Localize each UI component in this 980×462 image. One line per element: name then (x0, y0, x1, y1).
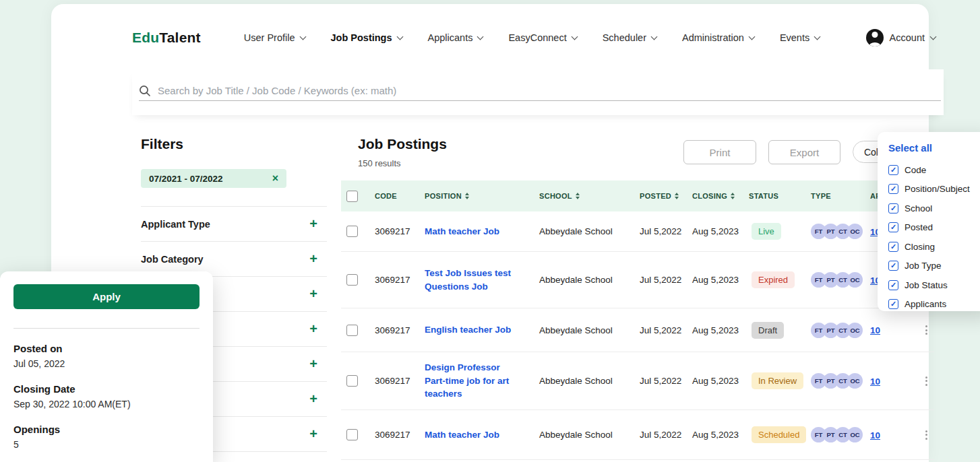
expand-plus-icon[interactable]: + (309, 321, 327, 337)
option-checkbox[interactable]: ✓ (888, 299, 898, 309)
column-header[interactable]: POSITION (425, 192, 539, 200)
posted-cell: Jul 5,2022 (640, 275, 692, 285)
position-link[interactable]: Test Job Issues test Questions Job (425, 268, 511, 292)
search-input[interactable] (158, 85, 941, 96)
code-cell: 3069217 (375, 226, 425, 236)
closing-cell: Aug 5,2023 (692, 430, 749, 440)
row-checkbox[interactable] (346, 226, 358, 237)
chevron-down-icon (814, 33, 821, 40)
select-all-checkbox[interactable] (346, 191, 358, 202)
posted-on-label: Posted on (13, 343, 200, 354)
column-header[interactable]: SCHOOL (539, 192, 640, 200)
select-all-link[interactable]: Select all (888, 142, 980, 154)
position-link[interactable]: Math teacher Job (425, 430, 499, 440)
chevron-down-icon (477, 33, 484, 40)
chevron-down-icon (748, 33, 755, 40)
nav-item[interactable]: Scheduler (603, 32, 656, 43)
position-link[interactable]: Math teacher Job (425, 226, 499, 236)
openings-label: Openings (13, 424, 200, 435)
expand-plus-icon[interactable]: + (309, 286, 327, 302)
job-type-chips: FTPTCTOC (811, 373, 870, 389)
nav-item[interactable]: User Profile (244, 32, 305, 43)
closing-cell: Aug 5,2023 (692, 275, 749, 285)
school-cell: Abbeydale School (539, 325, 640, 335)
nav-item[interactable]: Applicants (428, 32, 483, 43)
row-checkbox[interactable] (346, 375, 358, 387)
status-badge: Live (752, 223, 781, 240)
expand-plus-icon[interactable]: + (309, 216, 327, 232)
closing-date-label: Closing Date (13, 383, 200, 395)
column-header[interactable]: POSTED (640, 192, 692, 200)
kebab-menu-icon[interactable] (921, 426, 931, 444)
nav-item[interactable]: Administration (682, 32, 754, 43)
chevron-down-icon (651, 33, 658, 40)
nav-item[interactable]: Events (780, 32, 820, 43)
row-checkbox[interactable] (346, 274, 358, 286)
search-icon (139, 85, 151, 97)
export-button[interactable]: Export (768, 140, 840, 164)
job-postings-table: CODE POSITION SCHOOL POSTED CLOSING STAT… (341, 180, 934, 460)
chevron-down-icon (930, 33, 937, 40)
posted-cell: Jul 5,2022 (640, 376, 692, 386)
column-header[interactable]: STATUS (749, 192, 811, 200)
status-badge: Draft (752, 322, 784, 339)
column-option[interactable]: ✓ Closing (888, 237, 980, 257)
columns-dropdown-panel: Select all ✓ Code ✓ Position/Subject ✓ S… (878, 132, 980, 311)
option-checkbox[interactable]: ✓ (888, 242, 898, 252)
table-row: 3069217 Math teacher Job Abbeydale Schoo… (341, 211, 934, 252)
column-option[interactable]: ✓ Job Type (888, 257, 980, 276)
account-avatar-icon (866, 29, 884, 46)
remove-filter-icon[interactable]: × (272, 173, 278, 184)
filters-title: Filters (141, 136, 327, 152)
option-checkbox[interactable]: ✓ (888, 280, 898, 290)
applicants-link[interactable]: 10 (870, 376, 880, 387)
row-checkbox[interactable] (346, 325, 358, 336)
school-cell: Abbeydale School (539, 275, 640, 285)
column-header[interactable]: CODE (375, 192, 425, 200)
column-option[interactable]: ✓ Posted (888, 218, 980, 238)
row-checkbox[interactable] (346, 429, 358, 440)
job-type-chip: OC (847, 427, 863, 442)
filter-section-row[interactable]: Applicant Type + (141, 207, 327, 242)
option-checkbox[interactable]: ✓ (888, 203, 898, 213)
table-row: 3069217 English teacher Job Abbeydale Sc… (341, 308, 934, 352)
sort-icon (731, 193, 735, 199)
kebab-menu-icon[interactable] (921, 372, 931, 390)
column-header[interactable]: TYPE (811, 192, 870, 200)
job-type-chip: OC (847, 224, 863, 239)
expand-plus-icon[interactable]: + (309, 426, 327, 442)
top-nav: EduTalent User Profile Job Postings Appl… (132, 23, 936, 53)
job-type-chip: OC (847, 323, 863, 338)
option-checkbox[interactable]: ✓ (888, 184, 898, 194)
code-cell: 3069217 (375, 430, 425, 440)
print-button[interactable]: Print (683, 140, 756, 164)
applicants-link[interactable]: 10 (870, 430, 880, 440)
column-option[interactable]: ✓ Applicants (888, 295, 980, 315)
position-link[interactable]: Design Professor Part-time job for art t… (425, 362, 509, 399)
option-checkbox[interactable]: ✓ (888, 165, 898, 175)
expand-plus-icon[interactable]: + (309, 356, 327, 372)
brand-logo[interactable]: EduTalent (132, 30, 201, 46)
account-menu[interactable]: Account (866, 29, 936, 46)
nav-item[interactable]: EasyConnect (508, 32, 576, 43)
option-checkbox[interactable]: ✓ (888, 261, 898, 271)
column-header[interactable]: CLOSING (692, 192, 749, 200)
sort-icon (576, 193, 580, 199)
apply-button[interactable]: Apply (13, 284, 200, 309)
position-link[interactable]: English teacher Job (425, 325, 511, 335)
closing-cell: Aug 5,2023 (692, 226, 749, 236)
option-checkbox[interactable]: ✓ (888, 222, 898, 232)
posted-on-value: Jul 05, 2022 (13, 358, 200, 369)
status-badge: Expired (752, 271, 795, 288)
nav-item[interactable]: Job Postings (331, 32, 402, 43)
job-type-chips: FTPTCTOC (811, 224, 870, 239)
column-option[interactable]: ✓ School (888, 199, 980, 218)
code-cell: 3069217 (375, 376, 425, 386)
applicants-link[interactable]: 10 (870, 325, 880, 335)
expand-plus-icon[interactable]: + (309, 391, 327, 407)
column-option[interactable]: ✓ Code (888, 160, 980, 180)
column-option[interactable]: ✓ Job Status (888, 275, 980, 295)
kebab-menu-icon[interactable] (921, 321, 931, 339)
expand-plus-icon[interactable]: + (309, 251, 327, 267)
column-option[interactable]: ✓ Position/Subject (888, 180, 980, 199)
